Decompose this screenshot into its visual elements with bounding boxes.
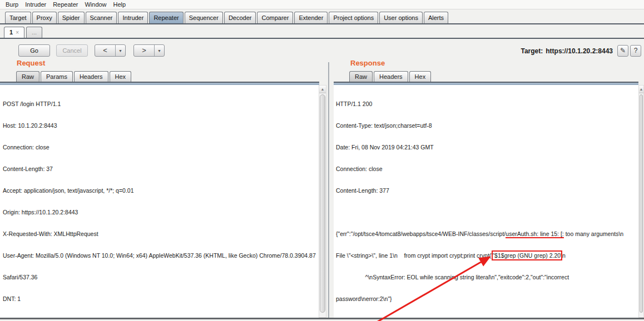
tab-user-options[interactable]: User options (379, 12, 423, 23)
request-tab-params[interactable]: Params (41, 71, 73, 82)
next-arrow-icon: > (134, 45, 154, 56)
tab-project-options[interactable]: Project options (329, 12, 378, 23)
next-request-button[interactable]: > ▼ (133, 44, 165, 57)
request-line: POST /login HTTP/1.1 (3, 101, 319, 108)
scroll-up-icon[interactable]: ▲ (319, 86, 326, 93)
menu-intruder[interactable]: Intruder (22, 1, 49, 8)
prev-arrow-icon: < (95, 45, 115, 56)
tab-extender[interactable]: Extender (294, 12, 328, 23)
chevron-down-icon[interactable]: ▼ (154, 45, 164, 56)
request-line: User-Agent: Mozilla/5.0 (Windows NT 10.0… (3, 252, 319, 259)
scroll-up-icon[interactable]: ▲ (639, 86, 643, 93)
crypt-text: File \"<string>\", line 1\n from crypt i… (336, 252, 493, 259)
response-scrollbar[interactable]: ▲ (638, 85, 644, 318)
request-tab-hex[interactable]: Hex (110, 71, 132, 82)
request-panel-title: Request (17, 59, 45, 67)
bottom-splitter[interactable] (0, 318, 644, 319)
tab-repeater[interactable]: Repeater (149, 12, 183, 23)
repeater-tab-1[interactable]: 1× (4, 27, 24, 38)
tab-intruder[interactable]: Intruder (118, 12, 148, 23)
menu-repeater[interactable]: Repeater (49, 1, 81, 8)
target-url: https://10.1.20.2:8443 (546, 47, 613, 55)
tab-sequencer[interactable]: Sequencer (185, 12, 223, 23)
request-editor-tabs: Raw Params Headers Hex (0, 70, 319, 83)
request-scrollbar-thumb[interactable] (320, 94, 325, 313)
request-line: X-Requested-With: XMLHttpRequest (3, 230, 319, 238)
err-text: too many arguments\n (564, 230, 623, 237)
response-line: Date: Fri, 08 Nov 2019 04:21:43 GMT (336, 144, 638, 151)
chevron-down-icon[interactable]: ▼ (115, 45, 125, 56)
target-bar: Target: https://10.1.20.2:8443 ✎ ? (521, 45, 641, 57)
request-editor[interactable]: POST /login HTTP/1.1 Host: 10.1.20.2:844… (0, 85, 319, 318)
response-line: Content-Length: 377 (336, 187, 638, 194)
edit-target-button[interactable]: ✎ (617, 45, 628, 57)
tab-decoder[interactable]: Decoder (224, 12, 256, 23)
repeater-tab-more[interactable]: ... (26, 27, 42, 38)
tab-proxy[interactable]: Proxy (32, 12, 57, 23)
response-editor-tabs: Raw Headers Hex (334, 70, 638, 83)
request-line: Connection: close (3, 144, 319, 151)
response-line: Content-Type: text/json;charset=utf-8 (336, 122, 638, 129)
pencil-icon: ✎ (620, 47, 626, 54)
response-syntax-line: ^\nSyntaxError: EOL while scanning strin… (336, 274, 638, 281)
response-line: Connection: close (336, 165, 638, 173)
request-tab-raw[interactable]: Raw (16, 71, 39, 82)
response-scrollbar-thumb[interactable] (640, 94, 643, 313)
go-button[interactable]: Go (18, 44, 50, 57)
request-line: Origin: https://10.1.20.2:8443 (3, 209, 319, 216)
tab-comparer[interactable]: Comparer (257, 12, 293, 23)
crypt-text: \n (561, 252, 566, 259)
cancel-button[interactable]: Cancel (56, 44, 88, 57)
response-line: HTTP/1.1 200 (336, 101, 638, 108)
request-scrollbar[interactable]: ▲ (319, 85, 326, 318)
request-tab-headers[interactable]: Headers (74, 71, 108, 82)
err-text: {"err":"/opt/tsce4/tomcat8/webapps/tsce4… (336, 230, 506, 237)
response-err-line: {"err":"/opt/tsce4/tomcat8/webapps/tsce4… (336, 230, 638, 238)
panel-divider[interactable] (328, 62, 329, 319)
response-last-line: password\nerror:2\n"} (336, 295, 638, 303)
menu-bar: Burp Intruder Repeater Window Help (0, 0, 644, 9)
repeater-subtab-bar: 1× ... (0, 26, 644, 39)
help-button[interactable]: ? (630, 45, 641, 57)
tab-scanner[interactable]: Scanner (86, 12, 117, 23)
request-line: Accept: application/json, text/javascrip… (3, 187, 319, 194)
request-line: Safari/537.36 (3, 274, 319, 281)
main-tab-bar: Target Proxy Spider Scanner Intruder Rep… (0, 11, 644, 24)
prev-request-button[interactable]: < ▼ (95, 44, 126, 57)
response-tab-hex[interactable]: Hex (409, 71, 432, 82)
menu-help[interactable]: Help (110, 1, 130, 8)
response-crypt-line: File \"<string>\", line 1\n from crypt i… (336, 252, 638, 259)
response-panel-title: Response (350, 59, 385, 67)
request-line: Content-Length: 37 (3, 165, 319, 173)
close-icon[interactable]: × (16, 29, 19, 36)
menu-burp[interactable]: Burp (2, 1, 22, 8)
request-line: Host: 10.1.20.2:8443 (3, 122, 319, 129)
response-tab-raw[interactable]: Raw (349, 71, 373, 82)
err-underline-annotation: userAuth.sh: line 15: [: (506, 230, 563, 237)
tab-alerts[interactable]: Alerts (424, 12, 448, 23)
tab-spider[interactable]: Spider (58, 12, 85, 23)
response-tab-headers[interactable]: Headers (374, 71, 408, 82)
response-blank-line (336, 209, 638, 216)
repeater-tab-1-label: 1 (9, 29, 13, 36)
response-editor[interactable]: HTTP/1.1 200 Content-Type: text/json;cha… (334, 85, 638, 318)
repeater-toolbar: Go Cancel < ▼ > ▼ Target: https://10.1.2… (0, 44, 644, 58)
target-label: Target: (521, 47, 543, 55)
tab-target[interactable]: Target (5, 12, 31, 23)
grep-version-annotation-box: '$1$grep (GNU grep) 2.20 (493, 252, 561, 259)
request-line: DNT: 1 (3, 295, 319, 303)
menu-window[interactable]: Window (81, 1, 110, 8)
